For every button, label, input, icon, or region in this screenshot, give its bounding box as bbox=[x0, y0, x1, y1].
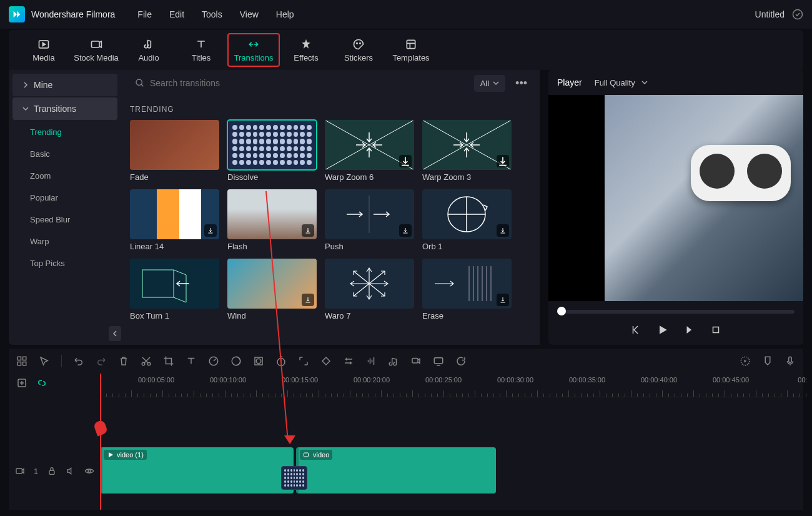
transition-card-linear-14[interactable]: Linear 14 bbox=[130, 189, 219, 251]
mute-icon[interactable] bbox=[66, 466, 76, 476]
transition-thumb[interactable] bbox=[325, 120, 414, 170]
screen-icon[interactable] bbox=[433, 355, 444, 367]
prev-frame-button[interactable] bbox=[630, 324, 641, 335]
eye-icon[interactable] bbox=[84, 466, 94, 476]
voice-icon[interactable] bbox=[410, 355, 422, 367]
menu-edit[interactable]: Edit bbox=[169, 9, 184, 19]
tab-effects[interactable]: Effects bbox=[280, 33, 332, 67]
timer-icon[interactable] bbox=[275, 355, 287, 367]
download-icon[interactable] bbox=[302, 224, 314, 237]
color-icon[interactable] bbox=[230, 355, 242, 367]
next-button[interactable] bbox=[684, 324, 695, 335]
mask-icon[interactable] bbox=[253, 355, 264, 367]
eq-icon[interactable] bbox=[365, 355, 377, 367]
tab-transitions[interactable]: Transitions bbox=[227, 33, 280, 67]
transition-thumb[interactable] bbox=[227, 259, 317, 309]
video-track-icon[interactable] bbox=[15, 466, 25, 476]
transition-thumb[interactable] bbox=[227, 189, 317, 239]
transition-thumb[interactable] bbox=[130, 120, 219, 170]
marker-icon[interactable] bbox=[762, 355, 773, 367]
transition-card-warp-zoom-6[interactable]: Warp Zoom 6 bbox=[325, 120, 414, 182]
cut-icon[interactable] bbox=[141, 355, 152, 367]
transition-card-push[interactable]: Push bbox=[325, 189, 414, 251]
sidebar-item-warp[interactable]: Warp bbox=[9, 231, 121, 252]
link-icon[interactable] bbox=[36, 377, 47, 389]
tab-media[interactable]: Media bbox=[17, 33, 70, 67]
transition-card-warp-zoom-3[interactable]: Warp Zoom 3 bbox=[422, 120, 512, 182]
sidebar-collapse-button[interactable] bbox=[109, 326, 121, 341]
download-icon[interactable] bbox=[497, 294, 509, 306]
sidebar-item-popular[interactable]: Popular bbox=[9, 187, 121, 209]
menu-help[interactable]: Help bbox=[276, 9, 294, 19]
transition-card-orb-1[interactable]: Orb 1 bbox=[422, 189, 512, 251]
crop-icon[interactable] bbox=[163, 355, 174, 367]
download-icon[interactable] bbox=[399, 224, 412, 237]
transition-card-box-turn-1[interactable]: Box Turn 1 bbox=[130, 259, 219, 320]
progress-track[interactable] bbox=[557, 310, 795, 314]
clip-1[interactable]: video (1) bbox=[100, 447, 294, 494]
text-tool-icon[interactable] bbox=[186, 355, 197, 367]
download-icon[interactable] bbox=[399, 155, 412, 167]
transition-thumb[interactable] bbox=[130, 259, 219, 309]
sidebar-category[interactable]: Transitions bbox=[12, 97, 117, 120]
transition-card-waro-7[interactable]: Waro 7 bbox=[325, 259, 414, 320]
tab-templates[interactable]: Templates bbox=[385, 33, 437, 67]
sidebar-mine[interactable]: Mine bbox=[12, 74, 117, 96]
clip-2[interactable]: video bbox=[296, 447, 496, 494]
tab-stock-media[interactable]: Stock Media bbox=[70, 33, 122, 67]
video-track[interactable]: video (1) video bbox=[100, 447, 506, 494]
add-track-icon[interactable] bbox=[16, 377, 27, 389]
tab-stickers[interactable]: Stickers bbox=[332, 33, 385, 67]
quality-dropdown[interactable]: Full Quality bbox=[595, 78, 648, 87]
undo-icon[interactable] bbox=[73, 355, 84, 367]
download-icon[interactable] bbox=[302, 294, 314, 306]
menu-tools[interactable]: Tools bbox=[202, 9, 222, 19]
speed-icon[interactable] bbox=[208, 355, 219, 367]
sidebar-item-top-picks[interactable]: Top Picks bbox=[9, 252, 121, 274]
download-icon[interactable] bbox=[497, 155, 509, 167]
menu-view[interactable]: View bbox=[240, 9, 259, 19]
transition-card-erase[interactable]: Erase bbox=[422, 259, 512, 320]
music-icon[interactable] bbox=[388, 355, 399, 367]
delete-icon[interactable] bbox=[118, 355, 129, 367]
render-icon[interactable] bbox=[740, 355, 751, 367]
mic-icon[interactable] bbox=[785, 355, 796, 367]
pointer-tool-icon[interactable] bbox=[39, 355, 50, 367]
download-icon[interactable] bbox=[204, 224, 217, 237]
transition-thumb[interactable] bbox=[422, 259, 512, 309]
transition-thumb[interactable] bbox=[227, 120, 317, 170]
stop-button[interactable] bbox=[710, 324, 721, 335]
sidebar-item-speed-blur[interactable]: Speed Blur bbox=[9, 209, 121, 231]
tab-titles[interactable]: Titles bbox=[175, 33, 227, 67]
expand-icon[interactable] bbox=[298, 355, 309, 367]
transition-chip-dissolve[interactable] bbox=[281, 466, 307, 490]
lock-icon[interactable] bbox=[47, 466, 57, 476]
progress-handle[interactable] bbox=[557, 307, 566, 315]
filter-dropdown[interactable]: All bbox=[474, 75, 505, 92]
sidebar-item-trending[interactable]: Trending bbox=[9, 121, 121, 143]
transition-card-fade[interactable]: Fade bbox=[130, 120, 219, 182]
transition-thumb[interactable] bbox=[422, 189, 512, 239]
download-icon[interactable] bbox=[497, 224, 509, 237]
playhead[interactable] bbox=[100, 374, 101, 510]
redo-icon[interactable] bbox=[96, 355, 107, 367]
tab-audio[interactable]: Audio bbox=[122, 33, 175, 67]
more-button[interactable]: ••• bbox=[512, 77, 531, 90]
transition-thumb[interactable] bbox=[130, 189, 219, 239]
transition-card-wind[interactable]: Wind bbox=[227, 259, 317, 320]
menu-file[interactable]: File bbox=[137, 9, 152, 19]
transition-card-dissolve[interactable]: Dissolve bbox=[227, 120, 317, 182]
keyframe-icon[interactable] bbox=[320, 355, 332, 367]
preview-video[interactable] bbox=[548, 95, 803, 301]
play-button[interactable] bbox=[656, 324, 669, 336]
transition-thumb[interactable] bbox=[325, 189, 414, 239]
timeline-ruler[interactable]: 00:00:05:0000:00:10:0000:00:15:0000:00:2… bbox=[100, 374, 803, 397]
rotate-icon[interactable] bbox=[455, 355, 467, 367]
search-input[interactable] bbox=[150, 78, 463, 88]
sliders-icon[interactable] bbox=[343, 355, 354, 367]
transition-thumb[interactable] bbox=[325, 259, 414, 309]
transition-card-flash[interactable]: Flash bbox=[227, 189, 317, 251]
sidebar-item-basic[interactable]: Basic bbox=[9, 143, 121, 165]
sidebar-item-zoom[interactable]: Zoom bbox=[9, 165, 121, 187]
transition-thumb[interactable] bbox=[422, 120, 512, 170]
